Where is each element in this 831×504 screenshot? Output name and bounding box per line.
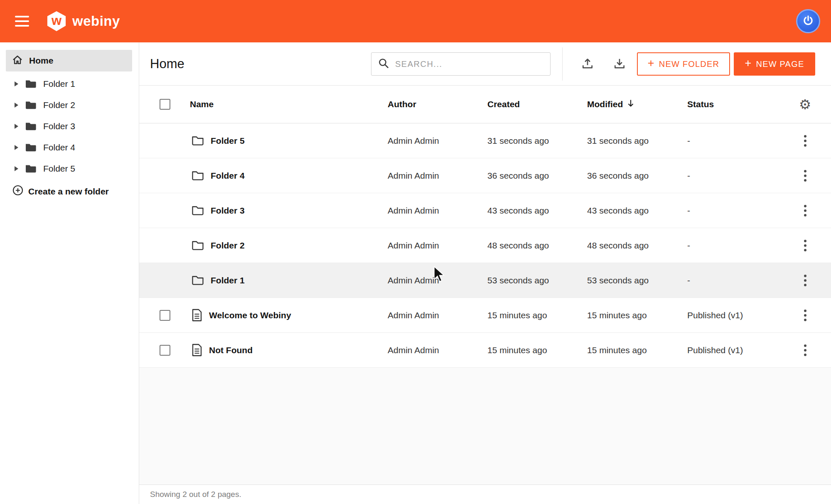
kebab-menu-icon[interactable] [802, 343, 808, 358]
row-created: 53 seconds ago [483, 275, 583, 285]
sidebar-folder-label: Folder 3 [43, 121, 75, 131]
row-created: 15 minutes ago [483, 345, 583, 355]
folder-icon [25, 79, 37, 89]
row-created: 36 seconds ago [483, 171, 583, 181]
sidebar-folder-label: Folder 5 [43, 164, 75, 174]
sidebar-item-home[interactable]: Home [6, 50, 132, 71]
row-name[interactable]: Welcome to Webiny [209, 310, 291, 320]
column-header-created: Created [483, 99, 583, 109]
row-name[interactable]: Folder 2 [211, 241, 245, 251]
sort-descending-icon[interactable] [627, 99, 634, 110]
column-header-author: Author [384, 99, 483, 109]
sidebar-folder-label: Folder 2 [43, 100, 75, 110]
kebab-menu-icon[interactable] [802, 308, 808, 323]
column-header-status: Status [683, 99, 796, 109]
row-author: Admin Admin [384, 136, 483, 146]
search-input[interactable] [395, 59, 543, 69]
export-button[interactable] [610, 54, 629, 74]
kebab-menu-icon[interactable] [802, 203, 808, 218]
folder-icon [25, 121, 37, 131]
row-modified: 15 minutes ago [583, 345, 683, 355]
sidebar-item-folder[interactable]: Folder 5 [0, 158, 139, 179]
select-all-checkbox[interactable] [160, 99, 170, 110]
row-author: Admin Admin [384, 310, 483, 320]
toolbar-divider [562, 47, 563, 81]
sidebar: Home Folder 1 Folder 2 Folder 3 [0, 42, 139, 504]
kebab-menu-icon[interactable] [802, 168, 808, 183]
kebab-menu-icon[interactable] [802, 133, 808, 148]
sidebar-item-folder[interactable]: Folder 3 [0, 116, 139, 137]
table-row[interactable]: Folder 3 Admin Admin 43 seconds ago 43 s… [139, 193, 831, 228]
row-author: Admin Admin [384, 171, 483, 181]
table-row[interactable]: Folder 4 Admin Admin 36 seconds ago 36 s… [139, 158, 831, 193]
import-button[interactable] [578, 54, 597, 74]
row-status: - [683, 136, 796, 146]
folder-icon [25, 164, 37, 173]
folder-icon [192, 275, 204, 285]
row-author: Admin Admin [384, 345, 483, 355]
gear-icon[interactable]: ⚙ [799, 98, 811, 111]
row-created: 31 seconds ago [483, 136, 583, 146]
column-header-modified[interactable]: Modified [583, 99, 683, 110]
plus-icon: + [745, 57, 752, 70]
search-box[interactable] [371, 52, 551, 76]
row-name[interactable]: Folder 4 [211, 171, 245, 181]
webiny-logo-letter: w [52, 13, 61, 28]
new-page-button[interactable]: + NEW PAGE [734, 52, 815, 76]
create-new-folder-button[interactable]: Create a new folder [0, 185, 109, 198]
main-content: Home + NEW FOLDER + NEW PAGE [139, 42, 831, 504]
home-icon [12, 54, 23, 67]
folder-icon [192, 240, 204, 251]
table-row[interactable]: Folder 1 Admin Admin 53 seconds ago 53 s… [139, 263, 831, 298]
kebab-menu-icon[interactable] [802, 238, 808, 253]
table-row[interactable]: Not Found Admin Admin 15 minutes ago 15 … [139, 333, 831, 368]
hamburger-menu-icon[interactable] [15, 16, 29, 27]
folder-icon [192, 135, 204, 146]
row-modified: 36 seconds ago [583, 171, 683, 181]
table-header: Name Author Created Modified Status ⚙ [139, 86, 831, 123]
pages-table: Name Author Created Modified Status ⚙ Fo… [139, 86, 831, 368]
row-checkbox[interactable] [160, 310, 170, 321]
row-status: Published (v1) [683, 310, 796, 320]
user-avatar[interactable] [796, 9, 820, 33]
page-title: Home [150, 57, 184, 71]
row-author: Admin Admin [384, 206, 483, 216]
folder-icon [25, 100, 37, 110]
caret-right-icon[interactable] [14, 166, 19, 172]
row-name[interactable]: Folder 1 [211, 275, 245, 285]
row-author: Admin Admin [384, 241, 483, 251]
webiny-logo: w webiny [47, 11, 120, 31]
row-modified: 31 seconds ago [583, 136, 683, 146]
folder-icon [25, 143, 37, 152]
search-icon [378, 58, 389, 71]
sidebar-item-folder[interactable]: Folder 4 [0, 137, 139, 158]
new-page-button-label: NEW PAGE [756, 59, 804, 69]
caret-right-icon[interactable] [14, 81, 19, 87]
caret-right-icon[interactable] [14, 102, 19, 108]
row-name[interactable]: Folder 3 [211, 206, 245, 216]
sidebar-item-folder[interactable]: Folder 2 [0, 94, 139, 116]
sidebar-item-folder[interactable]: Folder 1 [0, 73, 139, 94]
table-row[interactable]: Folder 2 Admin Admin 48 seconds ago 48 s… [139, 228, 831, 263]
sidebar-folder-list: Folder 1 Folder 2 Folder 3 Folder 4 [0, 73, 139, 179]
table-row[interactable]: Folder 5 Admin Admin 31 seconds ago 31 s… [139, 123, 831, 158]
plus-circle-icon [12, 185, 23, 198]
row-name[interactable]: Folder 5 [211, 136, 245, 146]
new-folder-button[interactable]: + NEW FOLDER [637, 52, 730, 76]
row-status: Published (v1) [683, 345, 796, 355]
sidebar-folder-label: Folder 1 [43, 79, 75, 89]
caret-right-icon[interactable] [14, 145, 19, 150]
power-icon [802, 15, 814, 28]
page-icon [192, 344, 202, 356]
sidebar-home-label: Home [29, 56, 53, 66]
row-status: - [683, 206, 796, 216]
caret-right-icon[interactable] [14, 123, 19, 129]
folder-icon [192, 170, 204, 181]
footer: Showing 2 out of 2 pages. [139, 484, 831, 504]
kebab-menu-icon[interactable] [802, 273, 808, 288]
row-status: - [683, 241, 796, 251]
row-name[interactable]: Not Found [209, 345, 253, 355]
table-row[interactable]: Welcome to Webiny Admin Admin 15 minutes… [139, 298, 831, 333]
row-checkbox[interactable] [160, 345, 170, 356]
footer-status: Showing 2 out of 2 pages. [150, 490, 241, 499]
